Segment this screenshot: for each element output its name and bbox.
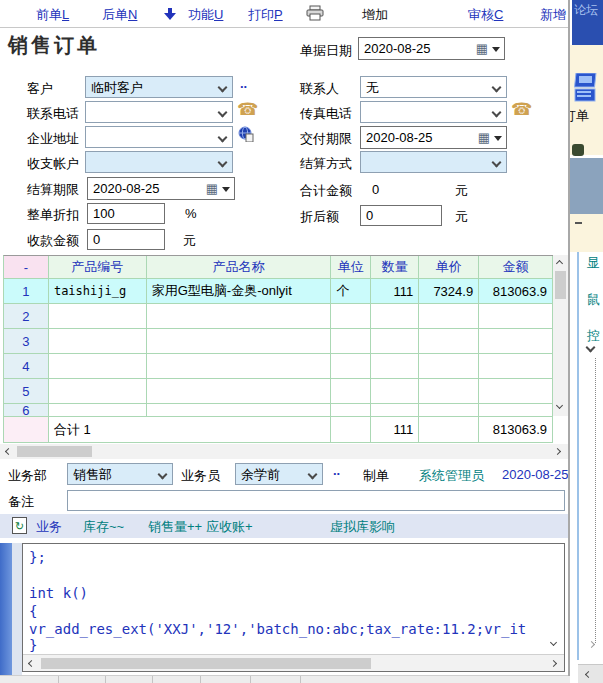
- unit-cell[interactable]: [331, 329, 371, 353]
- qty-cell[interactable]: [371, 404, 419, 416]
- date-dropdown-icon[interactable]: [222, 187, 230, 192]
- scroll-down-icon[interactable]: [550, 639, 557, 646]
- date-dropdown-icon[interactable]: [492, 47, 500, 52]
- printer-icon[interactable]: [306, 5, 324, 24]
- code-line[interactable]: }: [29, 637, 37, 653]
- computer-icon[interactable]: [574, 73, 598, 108]
- code-horizontal-scrollbar[interactable]: [23, 654, 564, 671]
- tab-business[interactable]: 业务: [36, 518, 62, 536]
- date-dropdown-icon[interactable]: [494, 136, 502, 141]
- customer-combobox[interactable]: 临时客户: [85, 76, 233, 98]
- globe-icon[interactable]: [238, 126, 254, 145]
- phone-icon[interactable]: ☎: [511, 99, 532, 120]
- scroll-right-icon[interactable]: [588, 641, 595, 648]
- unit-cell[interactable]: [331, 304, 371, 328]
- product-code-cell[interactable]: [49, 304, 147, 328]
- order-icon-label[interactable]: 订单: [570, 107, 589, 125]
- product-name-cell[interactable]: [147, 329, 332, 353]
- doc-date-field[interactable]: 2020-08-25 ▦: [358, 37, 505, 60]
- amount-cell[interactable]: [479, 304, 553, 328]
- functions-menu[interactable]: 功能U: [188, 6, 223, 24]
- prev-order-button[interactable]: 前单L: [36, 6, 69, 24]
- product-code-cell[interactable]: [49, 354, 147, 378]
- scroll-left-icon[interactable]: [5, 448, 12, 455]
- code-line[interactable]: {: [29, 603, 37, 619]
- whole-discount-input[interactable]: 100: [87, 203, 165, 224]
- settle-term-date-field[interactable]: 2020-08-25 ▦: [87, 177, 235, 200]
- amount-cell[interactable]: 813063.9: [479, 279, 553, 303]
- customer-more-link[interactable]: ..: [240, 76, 247, 91]
- tab-virtual-stock[interactable]: 虚拟库影响: [330, 518, 395, 536]
- product-code-cell[interactable]: [49, 404, 147, 416]
- unit-cell[interactable]: [331, 379, 371, 403]
- product-name-cell[interactable]: [147, 404, 332, 416]
- grid-vertical-scrollbar[interactable]: [553, 255, 568, 416]
- scroll-down-icon[interactable]: [556, 402, 563, 409]
- scroll-left-icon[interactable]: [28, 660, 35, 667]
- amount-cell[interactable]: [479, 404, 553, 416]
- price-cell[interactable]: 7324.9: [419, 279, 479, 303]
- price-cell[interactable]: [419, 379, 479, 403]
- phone-icon[interactable]: ☎: [237, 99, 258, 120]
- chevron-down-icon[interactable]: [492, 108, 502, 118]
- chevron-down-icon[interactable]: [308, 470, 318, 480]
- tab-sales-volume[interactable]: 销售量++: [148, 518, 202, 536]
- amount-cell[interactable]: [479, 354, 553, 378]
- price-cell[interactable]: [419, 354, 479, 378]
- code-editor[interactable]: }; int k() { vr_add_res_ext('XXJ','12','…: [22, 543, 565, 672]
- chevron-down-icon[interactable]: [158, 470, 168, 480]
- chevron-down-icon[interactable]: [218, 83, 228, 93]
- chevron-down-icon[interactable]: [492, 158, 502, 168]
- new-button[interactable]: 新增: [540, 6, 566, 24]
- qty-cell[interactable]: [371, 329, 419, 353]
- discounted-amount-input[interactable]: 0: [360, 205, 442, 226]
- product-name-cell[interactable]: [147, 304, 332, 328]
- amount-cell[interactable]: [479, 379, 553, 403]
- scroll-right-icon[interactable]: [550, 660, 557, 667]
- tab-inventory[interactable]: 库存~~: [83, 518, 124, 536]
- tab-receivables[interactable]: 应收账+: [206, 518, 253, 536]
- scrollbar-thumb[interactable]: [17, 446, 92, 457]
- refresh-icon[interactable]: ↻: [12, 517, 27, 534]
- product-code-cell[interactable]: taishiji_g: [49, 279, 147, 303]
- scrollbar-thumb[interactable]: [555, 271, 566, 299]
- product-name-cell[interactable]: [147, 354, 332, 378]
- price-cell[interactable]: [419, 404, 479, 416]
- delivery-date-field[interactable]: 2020-08-25 ▦: [360, 126, 507, 149]
- account-combobox[interactable]: [85, 151, 233, 173]
- scroll-right-icon[interactable]: [554, 448, 561, 455]
- fax-combobox[interactable]: [360, 101, 507, 123]
- settle-method-combobox[interactable]: [360, 151, 507, 173]
- chevron-down-icon[interactable]: [218, 158, 228, 168]
- print-menu[interactable]: 打印P: [248, 6, 283, 24]
- contact-person-combobox[interactable]: 无: [360, 76, 507, 98]
- scrollbar-thumb[interactable]: [41, 658, 371, 669]
- code-line[interactable]: vr_add_res_ext('XXJ','12','batch_no:abc;…: [29, 621, 526, 637]
- forum-link[interactable]: 论坛: [574, 2, 598, 19]
- contact-phone-combobox[interactable]: [85, 101, 233, 123]
- unit-cell[interactable]: 个: [331, 279, 371, 303]
- qty-cell[interactable]: [371, 354, 419, 378]
- product-name-cell[interactable]: 家用G型电脑-金奥-onlyit: [147, 279, 332, 303]
- chevron-down-icon[interactable]: [218, 108, 228, 118]
- unit-cell[interactable]: [331, 404, 371, 416]
- product-code-cell[interactable]: [49, 379, 147, 403]
- scroll-left-icon[interactable]: [585, 671, 592, 678]
- department-combobox[interactable]: 销售部: [67, 463, 173, 485]
- price-cell[interactable]: [419, 304, 479, 328]
- product-code-cell[interactable]: [49, 329, 147, 353]
- unit-cell[interactable]: [331, 354, 371, 378]
- qty-cell[interactable]: 111: [371, 279, 419, 303]
- grid-horizontal-scrollbar[interactable]: [0, 444, 568, 459]
- code-line[interactable]: int k(): [29, 585, 88, 601]
- clerk-combobox[interactable]: 余学前: [235, 463, 323, 485]
- note-input[interactable]: [67, 490, 565, 511]
- scroll-up-icon[interactable]: [556, 260, 563, 267]
- chevron-down-icon[interactable]: [492, 83, 502, 93]
- product-name-cell[interactable]: [147, 379, 332, 403]
- qty-cell[interactable]: [371, 304, 419, 328]
- price-cell[interactable]: [419, 329, 479, 353]
- company-address-combobox[interactable]: [85, 126, 233, 148]
- add-button[interactable]: 增加: [362, 6, 388, 24]
- audit-button[interactable]: 审核C: [468, 6, 503, 24]
